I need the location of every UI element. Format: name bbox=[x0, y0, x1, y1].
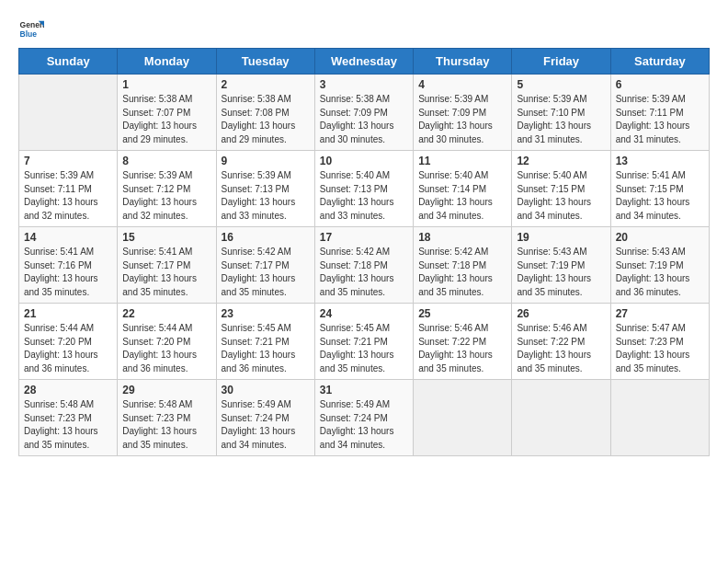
day-cell bbox=[512, 380, 610, 456]
calendar-table: SundayMondayTuesdayWednesdayThursdayFrid… bbox=[18, 48, 710, 456]
week-row-3: 14Sunrise: 5:41 AMSunset: 7:16 PMDayligh… bbox=[19, 227, 710, 304]
cell-info: Sunrise: 5:46 AMSunset: 7:22 PMDaylight:… bbox=[418, 322, 506, 375]
cell-info: Sunrise: 5:46 AMSunset: 7:22 PMDaylight:… bbox=[517, 322, 605, 375]
cell-info: Sunrise: 5:43 AMSunset: 7:19 PMDaylight:… bbox=[616, 246, 704, 299]
day-number: 26 bbox=[517, 307, 605, 320]
day-cell: 10Sunrise: 5:40 AMSunset: 7:13 PMDayligh… bbox=[314, 151, 413, 227]
day-cell: 30Sunrise: 5:49 AMSunset: 7:24 PMDayligh… bbox=[216, 380, 314, 456]
day-number: 21 bbox=[24, 307, 112, 320]
day-cell: 19Sunrise: 5:43 AMSunset: 7:19 PMDayligh… bbox=[512, 227, 610, 304]
day-number: 3 bbox=[320, 78, 408, 91]
day-cell: 27Sunrise: 5:47 AMSunset: 7:23 PMDayligh… bbox=[610, 304, 709, 380]
calendar-header-row: SundayMondayTuesdayWednesdayThursdayFrid… bbox=[19, 49, 710, 75]
cell-info: Sunrise: 5:40 AMSunset: 7:13 PMDaylight:… bbox=[320, 169, 408, 223]
week-row-4: 21Sunrise: 5:44 AMSunset: 7:20 PMDayligh… bbox=[19, 304, 710, 380]
day-cell bbox=[19, 75, 118, 151]
day-cell: 17Sunrise: 5:42 AMSunset: 7:18 PMDayligh… bbox=[314, 227, 413, 304]
day-header-sunday: Sunday bbox=[19, 49, 118, 75]
day-cell: 7Sunrise: 5:39 AMSunset: 7:11 PMDaylight… bbox=[19, 151, 118, 227]
day-cell: 16Sunrise: 5:42 AMSunset: 7:17 PMDayligh… bbox=[216, 227, 314, 304]
day-number: 31 bbox=[320, 384, 408, 396]
cell-info: Sunrise: 5:39 AMSunset: 7:12 PMDaylight:… bbox=[122, 169, 210, 223]
day-header-thursday: Thursday bbox=[414, 49, 512, 75]
day-header-monday: Monday bbox=[118, 49, 216, 75]
day-number: 13 bbox=[616, 155, 704, 167]
day-number: 29 bbox=[122, 384, 210, 396]
day-number: 22 bbox=[122, 307, 210, 320]
cell-info: Sunrise: 5:42 AMSunset: 7:17 PMDaylight:… bbox=[222, 246, 310, 299]
day-number: 28 bbox=[24, 384, 112, 396]
day-cell: 28Sunrise: 5:48 AMSunset: 7:23 PMDayligh… bbox=[19, 380, 118, 456]
cell-info: Sunrise: 5:40 AMSunset: 7:14 PMDaylight:… bbox=[418, 169, 506, 223]
day-cell: 29Sunrise: 5:48 AMSunset: 7:23 PMDayligh… bbox=[118, 380, 216, 456]
day-number: 10 bbox=[320, 155, 408, 167]
logo-icon: General Blue bbox=[18, 17, 44, 42]
day-number: 23 bbox=[222, 307, 310, 320]
day-cell: 22Sunrise: 5:44 AMSunset: 7:20 PMDayligh… bbox=[118, 304, 216, 380]
cell-info: Sunrise: 5:49 AMSunset: 7:24 PMDaylight:… bbox=[222, 398, 310, 452]
cell-info: Sunrise: 5:39 AMSunset: 7:09 PMDaylight:… bbox=[418, 93, 506, 146]
cell-info: Sunrise: 5:45 AMSunset: 7:21 PMDaylight:… bbox=[222, 322, 310, 375]
day-cell: 18Sunrise: 5:42 AMSunset: 7:18 PMDayligh… bbox=[414, 227, 512, 304]
day-number: 6 bbox=[616, 78, 704, 91]
day-number: 18 bbox=[418, 231, 506, 244]
day-cell: 6Sunrise: 5:39 AMSunset: 7:11 PMDaylight… bbox=[610, 75, 709, 151]
day-number: 20 bbox=[616, 231, 704, 244]
cell-info: Sunrise: 5:38 AMSunset: 7:09 PMDaylight:… bbox=[320, 93, 408, 146]
day-header-friday: Friday bbox=[512, 49, 610, 75]
day-number: 12 bbox=[517, 155, 605, 167]
cell-info: Sunrise: 5:49 AMSunset: 7:24 PMDaylight:… bbox=[320, 398, 408, 452]
cell-info: Sunrise: 5:44 AMSunset: 7:20 PMDaylight:… bbox=[24, 322, 112, 375]
day-number: 17 bbox=[320, 231, 408, 244]
day-cell: 23Sunrise: 5:45 AMSunset: 7:21 PMDayligh… bbox=[216, 304, 314, 380]
header: General Blue bbox=[18, 9, 710, 42]
day-number: 19 bbox=[517, 231, 605, 244]
cell-info: Sunrise: 5:45 AMSunset: 7:21 PMDaylight:… bbox=[320, 322, 408, 375]
cell-info: Sunrise: 5:41 AMSunset: 7:17 PMDaylight:… bbox=[122, 246, 210, 299]
day-number: 2 bbox=[222, 78, 310, 91]
cell-info: Sunrise: 5:38 AMSunset: 7:08 PMDaylight:… bbox=[222, 93, 310, 146]
day-cell: 25Sunrise: 5:46 AMSunset: 7:22 PMDayligh… bbox=[414, 304, 512, 380]
cell-info: Sunrise: 5:42 AMSunset: 7:18 PMDaylight:… bbox=[418, 246, 506, 299]
day-number: 11 bbox=[418, 155, 506, 167]
day-cell: 1Sunrise: 5:38 AMSunset: 7:07 PMDaylight… bbox=[118, 75, 216, 151]
day-cell bbox=[414, 380, 512, 456]
cell-info: Sunrise: 5:48 AMSunset: 7:23 PMDaylight:… bbox=[24, 398, 112, 452]
svg-text:Blue: Blue bbox=[20, 29, 38, 39]
day-cell: 5Sunrise: 5:39 AMSunset: 7:10 PMDaylight… bbox=[512, 75, 610, 151]
cell-info: Sunrise: 5:43 AMSunset: 7:19 PMDaylight:… bbox=[517, 246, 605, 299]
day-cell: 20Sunrise: 5:43 AMSunset: 7:19 PMDayligh… bbox=[610, 227, 709, 304]
day-cell: 24Sunrise: 5:45 AMSunset: 7:21 PMDayligh… bbox=[314, 304, 413, 380]
day-number: 4 bbox=[418, 78, 506, 91]
day-number: 25 bbox=[418, 307, 506, 320]
day-number: 8 bbox=[122, 155, 210, 167]
day-number: 15 bbox=[122, 231, 210, 244]
week-row-2: 7Sunrise: 5:39 AMSunset: 7:11 PMDaylight… bbox=[19, 151, 710, 227]
cell-info: Sunrise: 5:41 AMSunset: 7:16 PMDaylight:… bbox=[24, 246, 112, 299]
cell-info: Sunrise: 5:42 AMSunset: 7:18 PMDaylight:… bbox=[320, 246, 408, 299]
day-cell: 8Sunrise: 5:39 AMSunset: 7:12 PMDaylight… bbox=[118, 151, 216, 227]
day-cell: 4Sunrise: 5:39 AMSunset: 7:09 PMDaylight… bbox=[414, 75, 512, 151]
cell-info: Sunrise: 5:39 AMSunset: 7:10 PMDaylight:… bbox=[517, 93, 605, 146]
cell-info: Sunrise: 5:39 AMSunset: 7:13 PMDaylight:… bbox=[222, 169, 310, 223]
day-number: 24 bbox=[320, 307, 408, 320]
cell-info: Sunrise: 5:44 AMSunset: 7:20 PMDaylight:… bbox=[122, 322, 210, 375]
day-header-saturday: Saturday bbox=[610, 49, 709, 75]
cell-info: Sunrise: 5:40 AMSunset: 7:15 PMDaylight:… bbox=[517, 169, 605, 223]
day-cell: 14Sunrise: 5:41 AMSunset: 7:16 PMDayligh… bbox=[19, 227, 118, 304]
day-cell: 15Sunrise: 5:41 AMSunset: 7:17 PMDayligh… bbox=[118, 227, 216, 304]
week-row-5: 28Sunrise: 5:48 AMSunset: 7:23 PMDayligh… bbox=[19, 380, 710, 456]
day-cell: 31Sunrise: 5:49 AMSunset: 7:24 PMDayligh… bbox=[314, 380, 413, 456]
day-cell: 21Sunrise: 5:44 AMSunset: 7:20 PMDayligh… bbox=[19, 304, 118, 380]
day-cell: 26Sunrise: 5:46 AMSunset: 7:22 PMDayligh… bbox=[512, 304, 610, 380]
day-header-tuesday: Tuesday bbox=[216, 49, 314, 75]
day-cell: 9Sunrise: 5:39 AMSunset: 7:13 PMDaylight… bbox=[216, 151, 314, 227]
day-number: 5 bbox=[517, 78, 605, 91]
day-header-wednesday: Wednesday bbox=[314, 49, 413, 75]
day-cell: 13Sunrise: 5:41 AMSunset: 7:15 PMDayligh… bbox=[610, 151, 709, 227]
cell-info: Sunrise: 5:39 AMSunset: 7:11 PMDaylight:… bbox=[24, 169, 112, 223]
cell-info: Sunrise: 5:39 AMSunset: 7:11 PMDaylight:… bbox=[616, 93, 704, 146]
cell-info: Sunrise: 5:41 AMSunset: 7:15 PMDaylight:… bbox=[616, 169, 704, 223]
day-number: 1 bbox=[122, 78, 210, 91]
logo: General Blue bbox=[18, 17, 46, 42]
